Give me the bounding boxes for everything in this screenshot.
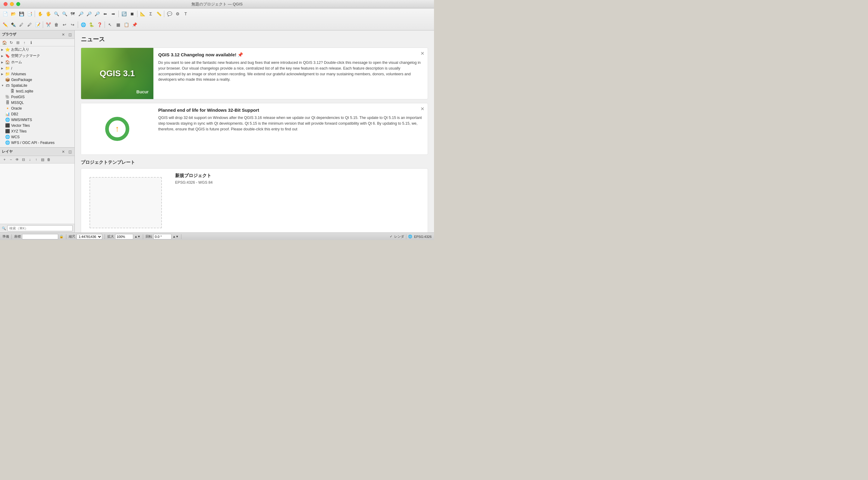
- zoom-layer-button[interactable]: 🔎: [85, 10, 93, 18]
- zoom-select-button[interactable]: 🔎: [77, 10, 85, 18]
- logo-ring: ↑: [105, 117, 129, 141]
- edit-tool-1[interactable]: ✂️: [44, 21, 52, 29]
- zoom-in-button[interactable]: 🔍: [53, 10, 60, 18]
- layer-close-icon[interactable]: ✕: [61, 149, 66, 155]
- zoom-out-button[interactable]: 🔍: [61, 10, 68, 18]
- layer-filter-icon[interactable]: ⊟: [21, 157, 26, 162]
- browser-item-db2[interactable]: 📊 DB2: [0, 111, 74, 117]
- window-controls[interactable]: [4, 2, 20, 6]
- tree-label-spatialite: SpatiaLite: [11, 83, 27, 88]
- zoom-full-button[interactable]: 🗺: [69, 10, 76, 18]
- browser-close-icon[interactable]: ✕: [61, 32, 66, 37]
- maximize-button[interactable]: [16, 2, 20, 6]
- browser-item-wcs[interactable]: 🌐 WCS: [0, 134, 74, 140]
- digitize-5[interactable]: 📝: [34, 21, 41, 29]
- scale-select[interactable]: 1:44781436: [76, 234, 102, 239]
- python-button[interactable]: 🐍: [87, 21, 95, 29]
- new-file-button[interactable]: 📄: [1, 10, 9, 18]
- edit-tool-2[interactable]: 🗑: [53, 21, 60, 29]
- coords-input[interactable]: [22, 234, 58, 239]
- rotation-stepper[interactable]: ▲▼: [173, 235, 179, 238]
- select2-button[interactable]: ▦: [114, 21, 122, 29]
- edit-tool-3[interactable]: ↩: [61, 21, 68, 29]
- epsg-value[interactable]: EPSG:4326: [414, 235, 432, 239]
- browser-collapse-icon[interactable]: ↑: [22, 40, 27, 45]
- layer-remove2-icon[interactable]: 🗑: [46, 157, 52, 162]
- refresh-button[interactable]: 🔃: [120, 10, 128, 18]
- browser-item-home[interactable]: ▶ 🏠 ホーム: [0, 59, 74, 65]
- news-close-win32[interactable]: ✕: [419, 106, 425, 112]
- digitize-1[interactable]: ✏️: [1, 21, 9, 29]
- measure-button[interactable]: 📐: [138, 10, 147, 18]
- help-button[interactable]: T: [182, 10, 190, 18]
- wfs-button[interactable]: 🌐: [79, 21, 87, 29]
- edit-tool-4[interactable]: ↪: [69, 21, 76, 29]
- layer-panel-controls[interactable]: ✕ ◫: [61, 149, 73, 155]
- zoom-native-button[interactable]: 🔎: [93, 10, 101, 18]
- open-button[interactable]: 📂: [9, 10, 17, 18]
- news-thumb-win32: ↑: [81, 103, 153, 155]
- save-as-button[interactable]: 📑: [26, 10, 33, 18]
- browser-refresh-icon[interactable]: ↻: [8, 40, 14, 45]
- layer-move-down[interactable]: ↓: [27, 157, 33, 162]
- browser-item-test1sqlite[interactable]: 🗄 test1.sqlite: [0, 88, 74, 94]
- browser-item-vectortiles[interactable]: ⬛ Vector Tiles: [0, 123, 74, 128]
- tree-icon-postgis: 🐘: [5, 95, 10, 99]
- cancel-render-button[interactable]: ⏹: [128, 10, 136, 18]
- tips-button[interactable]: 💬: [165, 10, 173, 18]
- digitize-4[interactable]: 🖋: [26, 21, 33, 29]
- browser-filter-icon[interactable]: ⊞: [15, 40, 21, 45]
- browser-item-spatialite[interactable]: ▼ 🗃 SpatiaLite: [0, 82, 74, 88]
- zoom-input[interactable]: [115, 234, 133, 239]
- browser-item-xyztiles[interactable]: ⬛ XYZ Tiles: [0, 128, 74, 134]
- browser-item-favorites[interactable]: ▶ ⭐ お気に入り: [0, 46, 74, 53]
- pan-button[interactable]: ✋: [36, 10, 44, 18]
- browser-item-bookmarks[interactable]: ▶ 🔖 空間ブックマーク: [0, 53, 74, 59]
- layer-move-up[interactable]: ↑: [33, 157, 39, 162]
- statusbar-sep-1: [11, 234, 12, 239]
- browser-info-icon[interactable]: ℹ: [28, 40, 34, 45]
- close-button[interactable]: [4, 2, 7, 6]
- zoom-next-button[interactable]: ➡: [110, 10, 117, 18]
- browser-item-geopackage[interactable]: 📦 GeoPackage: [0, 77, 74, 82]
- help2-button[interactable]: ❓: [96, 21, 103, 29]
- browser-item-volumes[interactable]: ▶ 📁 /Volumes: [0, 71, 74, 77]
- layer-visible-icon[interactable]: 👁: [14, 157, 20, 162]
- news-close-changelog[interactable]: ✕: [419, 50, 425, 56]
- pan-map-button[interactable]: 🖐: [44, 10, 52, 18]
- digitize-2[interactable]: ✒️: [9, 21, 17, 29]
- layer-remove-icon[interactable]: −: [8, 157, 13, 162]
- ruler-button[interactable]: 📏: [155, 10, 163, 18]
- minimize-button[interactable]: [10, 2, 14, 6]
- digitize-3[interactable]: 🖊: [18, 21, 25, 29]
- browser-item-oracle[interactable]: 🔸 Oracle: [0, 105, 74, 111]
- zoom-last-button[interactable]: ⬅: [101, 10, 109, 18]
- news-card-win32[interactable]: ↑ Planned end of life for Windows 32-Bit…: [81, 103, 428, 155]
- sum-button[interactable]: Σ: [147, 10, 155, 18]
- browser-item-wmswmts[interactable]: 🌐 WMS/WMTS: [0, 117, 74, 123]
- select3-button[interactable]: 📋: [122, 21, 130, 29]
- template-card-new[interactable]: 新規プロジェクト EPSG:4326 - WGS 84: [81, 168, 428, 233]
- browser-item-postgis[interactable]: 🐘 PostGIS: [0, 94, 74, 100]
- layer-add-icon[interactable]: +: [2, 157, 7, 162]
- layer-float-icon[interactable]: ◫: [67, 149, 73, 155]
- browser-item-mssql[interactable]: 🗄 MSSQL: [0, 100, 74, 105]
- browser-item-wfsapi[interactable]: 🌐 WFS / OGC API - Features: [0, 140, 74, 145]
- zoom-stepper[interactable]: ▲▼: [134, 235, 141, 238]
- search-input[interactable]: [7, 225, 73, 231]
- browser-panel-controls[interactable]: ✕ ◫: [61, 32, 73, 37]
- news-card-changelog[interactable]: QGIS 3.1 Bucur QGIS 3.12 Changelog now a…: [81, 47, 428, 99]
- layer-group-icon[interactable]: ▤: [40, 157, 45, 162]
- render-checkbox[interactable]: ✓: [390, 235, 393, 239]
- select4-button[interactable]: 📌: [130, 21, 138, 29]
- browser-float-icon[interactable]: ◫: [67, 32, 73, 37]
- browser-home-icon[interactable]: 🏠: [2, 40, 7, 45]
- tree-label-favorites: お気に入り: [11, 47, 29, 52]
- select-button[interactable]: ↖: [106, 21, 114, 29]
- browser-item-root[interactable]: ▶ 📁 /: [0, 65, 74, 71]
- epsg-icon: 🌐: [408, 235, 412, 239]
- rotation-input[interactable]: [153, 234, 172, 239]
- settings-button[interactable]: ⚙: [174, 10, 181, 18]
- save-button[interactable]: 💾: [18, 10, 25, 18]
- tree-icon-root: 📁: [5, 66, 10, 70]
